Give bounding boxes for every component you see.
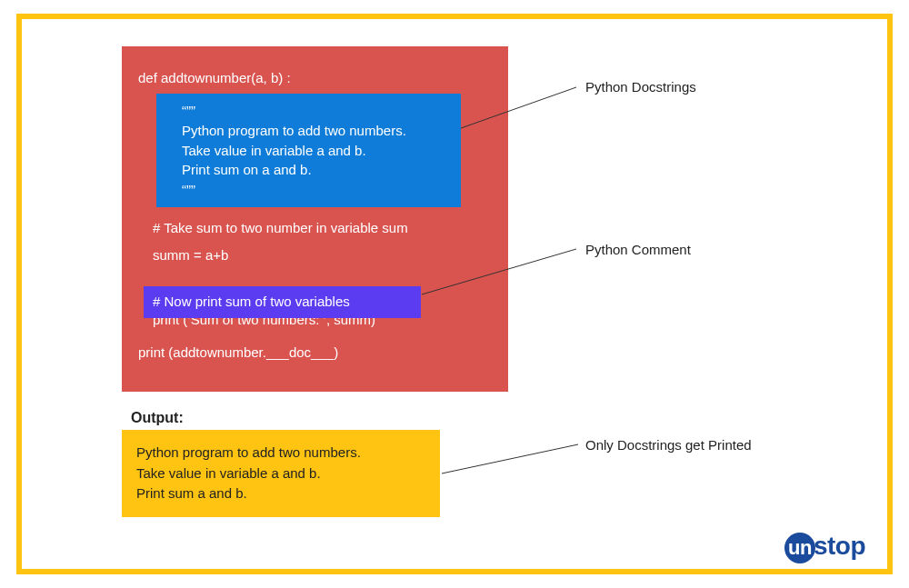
- docstring-close: “””: [182, 180, 450, 200]
- line-to-output: [442, 444, 578, 473]
- code-comment-2: # Now print sum of two variables: [153, 292, 412, 313]
- docstring-line-3: Print sum on a and b.: [182, 160, 450, 180]
- comment-highlight-box: # Now print sum of two variables: [144, 286, 421, 318]
- docstring-box: “”” Python program to add two numbers. T…: [156, 94, 461, 207]
- diagram-frame: def addtownumber(a, b) : “”” Python prog…: [16, 14, 893, 574]
- code-print-2: print (addtownumber.___doc___): [138, 343, 492, 364]
- output-box: Python program to add two numbers. Take …: [122, 430, 440, 517]
- code-def-line: def addtownumber(a, b) :: [138, 68, 492, 89]
- logo-prefix: un: [784, 533, 815, 563]
- docstring-line-1: Python program to add two numbers.: [182, 121, 450, 141]
- annotation-docstrings: Python Docstrings: [585, 79, 696, 95]
- output-line-2: Take value in variable a and b.: [136, 463, 425, 484]
- annotation-comment: Python Comment: [585, 242, 691, 257]
- annotation-output: Only Docstrings get Printed: [585, 437, 752, 453]
- code-comment-1: # Take sum to two number in variable sum: [153, 218, 492, 239]
- output-line-1: Python program to add two numbers.: [136, 443, 425, 463]
- output-line-3: Print sum a and b.: [136, 483, 425, 504]
- docstring-line-2: Take value in variable a and b.: [182, 141, 450, 161]
- docstring-open: “””: [182, 101, 450, 121]
- brand-logo: unstop: [784, 532, 865, 563]
- code-block: def addtownumber(a, b) : “”” Python prog…: [122, 46, 508, 392]
- logo-suffix: stop: [814, 532, 865, 560]
- code-summ-line: summ = a+b: [153, 245, 492, 266]
- output-label: Output:: [131, 410, 184, 426]
